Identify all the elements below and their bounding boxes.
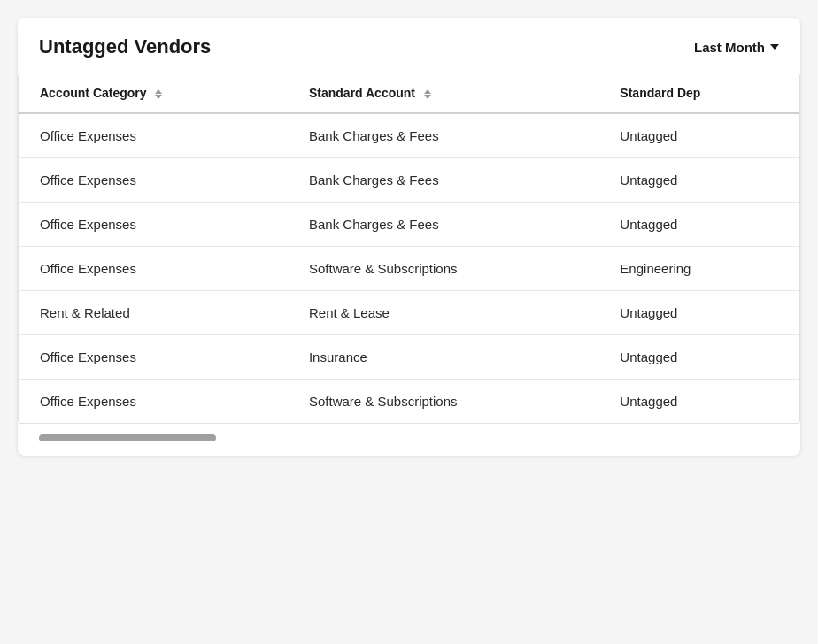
cell-account-category: Rent & Related [19, 291, 288, 335]
scrollbar-thumb [39, 434, 216, 441]
cell-standard-dep: Untagged [598, 380, 799, 424]
table-row: Office ExpensesInsuranceUntagged [19, 335, 799, 380]
period-selector[interactable]: Last Month [694, 40, 779, 55]
cell-standard-dep: Untagged [598, 291, 799, 335]
table-row: Rent & RelatedRent & LeaseUntagged [19, 291, 799, 335]
vendors-table: Account Category Standard Account [19, 73, 799, 423]
cell-account-category: Office Expenses [19, 113, 288, 158]
cell-standard-dep: Engineering [598, 247, 799, 291]
table-header-row: Account Category Standard Account [19, 73, 799, 113]
cell-standard-dep: Untagged [598, 113, 799, 158]
cell-account-category: Office Expenses [19, 203, 288, 247]
cell-account-category: Office Expenses [19, 158, 288, 203]
horizontal-scrollbar[interactable] [39, 434, 216, 441]
card-header: Untagged Vendors Last Month [18, 35, 800, 73]
table-row: Office ExpensesSoftware & SubscriptionsE… [19, 247, 799, 291]
cell-standard-account: Software & Subscriptions [288, 380, 598, 424]
untagged-vendors-card: Untagged Vendors Last Month Account Cate… [18, 18, 800, 456]
page-title: Untagged Vendors [39, 35, 211, 58]
cell-standard-account: Rent & Lease [288, 291, 598, 335]
cell-standard-dep: Untagged [598, 335, 799, 380]
table-wrapper: Account Category Standard Account [18, 73, 800, 424]
col-standard-account[interactable]: Standard Account [288, 73, 598, 113]
chevron-down-icon [770, 44, 779, 50]
cell-standard-account: Bank Charges & Fees [288, 113, 598, 158]
cell-account-category: Office Expenses [19, 380, 288, 424]
cell-standard-account: Software & Subscriptions [288, 247, 598, 291]
cell-standard-account: Bank Charges & Fees [288, 203, 598, 247]
cell-account-category: Office Expenses [19, 335, 288, 380]
cell-standard-dep: Untagged [598, 158, 799, 203]
col-account-category[interactable]: Account Category [19, 73, 288, 113]
cell-standard-dep: Untagged [598, 203, 799, 247]
table-row: Office ExpensesBank Charges & FeesUntagg… [19, 113, 799, 158]
table-row: Office ExpensesBank Charges & FeesUntagg… [19, 158, 799, 203]
sort-icon-account-category [155, 89, 162, 99]
sort-icon-standard-account [424, 89, 431, 99]
table-row: Office ExpensesBank Charges & FeesUntagg… [19, 203, 799, 247]
cell-standard-account: Insurance [288, 335, 598, 380]
scrollbar-area [18, 424, 800, 456]
col-standard-dep: Standard Dep [598, 73, 799, 113]
cell-standard-account: Bank Charges & Fees [288, 158, 598, 203]
table-row: Office ExpensesSoftware & SubscriptionsU… [19, 380, 799, 424]
period-label: Last Month [694, 40, 765, 55]
cell-account-category: Office Expenses [19, 247, 288, 291]
